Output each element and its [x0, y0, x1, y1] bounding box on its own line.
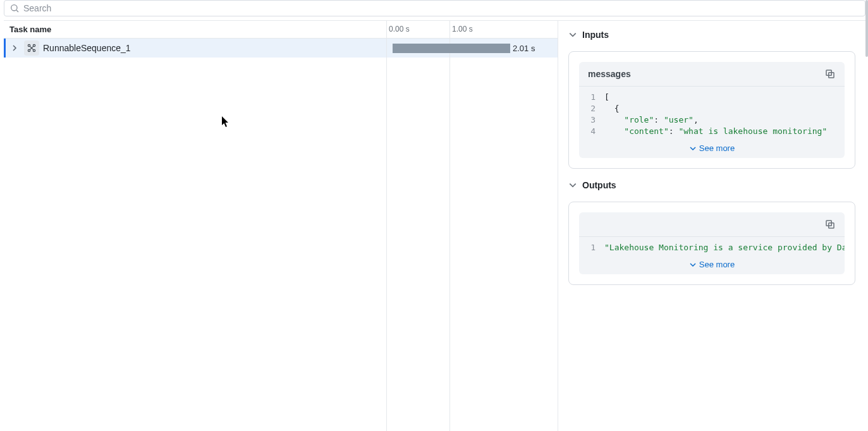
chevron-right-icon [11, 45, 18, 51]
trace-row[interactable]: RunnableSequence_1 2.01 s [4, 39, 558, 58]
svg-point-4 [28, 49, 30, 51]
see-more-label: See more [699, 143, 735, 153]
svg-point-5 [33, 49, 35, 51]
chevron-down-icon [568, 181, 577, 190]
chevron-down-icon [568, 30, 577, 39]
chevron-down-icon [689, 145, 697, 152]
see-more-button[interactable]: See more [579, 256, 845, 274]
trace-name: RunnableSequence_1 [43, 43, 131, 53]
duration-label: 2.01 s [513, 44, 535, 53]
svg-point-3 [33, 44, 35, 46]
search-input[interactable] [23, 3, 860, 13]
chevron-down-icon [689, 261, 697, 269]
outputs-code: 1"Lakehouse Monitoring is a service prov… [579, 237, 845, 256]
task-name-header: Task name [4, 25, 381, 34]
inputs-card: messages 1[2 {3 "role": "user",4 "conten… [568, 51, 855, 169]
tick-label: 1.00 s [452, 25, 473, 33]
copy-button[interactable] [824, 68, 836, 80]
duration-bar [393, 44, 510, 53]
outputs-section-header[interactable]: Outputs [568, 180, 855, 190]
expand-toggle[interactable] [9, 42, 20, 54]
inputs-code-block: messages 1[2 {3 "role": "user",4 "conten… [579, 62, 845, 158]
svg-point-2 [28, 44, 30, 46]
svg-point-0 [11, 5, 17, 11]
chain-icon [24, 40, 39, 56]
see-more-button[interactable]: See more [579, 140, 845, 158]
svg-line-1 [16, 10, 18, 12]
copy-button[interactable] [824, 219, 836, 230]
details-pane: Inputs messages 1[2 {3 "role": "user",4 … [558, 21, 865, 431]
search-icon [9, 3, 20, 13]
search-bar[interactable] [4, 0, 865, 16]
outputs-code-block: 1"Lakehouse Monitoring is a service prov… [579, 212, 845, 274]
tick-label: 0.00 s [389, 25, 410, 33]
inputs-title: Inputs [582, 30, 609, 40]
outputs-title: Outputs [582, 180, 616, 190]
trace-pane: Task name 0.00 s 1.00 s [4, 21, 558, 431]
trace-bar-cell: 2.01 s [381, 39, 558, 58]
inputs-block-title: messages [588, 69, 631, 79]
cursor-icon [222, 116, 229, 128]
trace-header: Task name 0.00 s 1.00 s [4, 21, 558, 39]
inputs-code: 1[2 {3 "role": "user",4 "content": "what… [579, 87, 845, 140]
see-more-label: See more [699, 260, 735, 269]
inputs-section-header[interactable]: Inputs [568, 30, 855, 40]
outputs-card: 1"Lakehouse Monitoring is a service prov… [568, 202, 855, 285]
time-axis: 0.00 s 1.00 s [381, 21, 558, 38]
scrollbar[interactable] [865, 0, 868, 57]
